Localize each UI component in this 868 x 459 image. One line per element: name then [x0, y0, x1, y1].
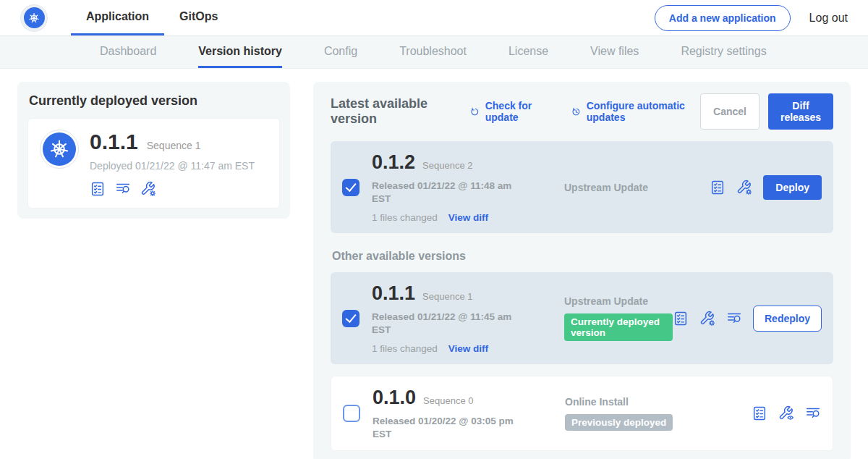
released-timestamp: Released 01/20/22 @ 03:05 pmEST	[373, 415, 524, 440]
deployed-sequence-label: Sequence 1	[147, 140, 201, 151]
currently-deployed-badge: Currently deployed version	[564, 313, 673, 341]
tab-application[interactable]: Application	[71, 0, 164, 35]
subnav-item-view-files[interactable]: View files	[590, 36, 639, 68]
deployed-timestamp: Deployed 01/21/22 @ 11:47 am EST	[90, 160, 255, 172]
latest-version-title: Latest available version	[331, 96, 451, 127]
version-number: 0.1.0	[373, 387, 416, 409]
deployed-panel-title: Currently deployed version	[29, 93, 280, 109]
version-source-label: Online Install	[565, 396, 752, 408]
sequence-label: Sequence 0	[423, 395, 473, 406]
currently-deployed-panel: Currently deployed version 0.1.1 Sequenc…	[17, 82, 290, 219]
check-for-update-label: Check for update	[485, 100, 552, 123]
deploy-button[interactable]: Deploy	[763, 175, 822, 200]
previously-deployed-badge: Previously deployed	[565, 414, 673, 431]
available-versions-panel: Latest available version Check for updat…	[313, 82, 851, 459]
subnav-item-license[interactable]: License	[509, 36, 548, 68]
tab-gitops[interactable]: GitOps	[164, 0, 233, 35]
released-timestamp: Released 01/21/22 @ 11:48 amEST	[372, 180, 524, 205]
logout-link[interactable]: Log out	[809, 12, 848, 25]
version-history-page: Currently deployed version 0.1.1 Sequenc…	[0, 69, 868, 459]
preflight-checks-icon[interactable]	[673, 311, 689, 327]
schedule-icon	[571, 105, 582, 118]
kubernetes-helm-icon	[43, 132, 76, 166]
refresh-icon	[469, 105, 480, 118]
check-for-update-link[interactable]: Check for update	[469, 100, 552, 123]
view-logs-icon[interactable]	[115, 181, 131, 197]
preflight-checks-icon[interactable]	[710, 180, 726, 195]
view-diff-link[interactable]: View diff	[448, 343, 488, 354]
subnav-item-version-history[interactable]: Version history	[198, 36, 282, 68]
edit-config-icon[interactable]	[699, 311, 715, 327]
subnav-item-dashboard[interactable]: Dashboard	[100, 36, 156, 68]
app-icon	[40, 130, 79, 169]
deployed-version-number: 0.1.1	[90, 130, 138, 154]
version-card-0-1-2: 0.1.2 Sequence 2 Released 01/21/22 @ 11:…	[331, 141, 833, 233]
redeploy-button[interactable]: Redeploy	[753, 306, 822, 332]
kubernetes-logo	[20, 4, 48, 32]
other-versions-title: Other available versions	[332, 250, 833, 263]
edit-config-icon[interactable]	[140, 181, 156, 197]
view-config-icon[interactable]	[778, 405, 794, 421]
version-number: 0.1.2	[372, 151, 415, 174]
add-new-application-button[interactable]: Add a new application	[655, 5, 791, 31]
view-diff-link[interactable]: View diff	[448, 212, 488, 223]
version-source-label: Upstream Update	[564, 182, 710, 193]
diff-releases-button[interactable]: Diff releases	[768, 93, 833, 130]
version-checkbox[interactable]	[342, 310, 359, 327]
sequence-label: Sequence 1	[422, 291, 472, 302]
kubernetes-helm-icon	[24, 7, 45, 28]
app-tabs: Application GitOps	[71, 0, 233, 35]
subnav-item-config[interactable]: Config	[324, 36, 357, 68]
preflight-checks-icon[interactable]	[90, 181, 106, 197]
deployed-version-card: 0.1.1 Sequence 1 Deployed 01/21/22 @ 11:…	[27, 118, 280, 209]
view-logs-icon[interactable]	[726, 311, 742, 327]
files-changed-label: 1 files changed	[372, 212, 438, 223]
version-card-0-1-1: 0.1.1 Sequence 1 Released 01/21/22 @ 11:…	[331, 272, 833, 364]
subnav-item-troubleshoot[interactable]: Troubleshoot	[399, 36, 467, 68]
cancel-button[interactable]: Cancel	[700, 93, 760, 130]
app-subnav: Dashboard Version history Config Trouble…	[0, 36, 868, 69]
view-logs-icon[interactable]	[805, 405, 821, 421]
top-navigation-bar: Application GitOps Add a new application…	[0, 0, 868, 36]
version-card-0-1-0: 0.1.0 Sequence 0 Released 01/20/22 @ 03:…	[331, 376, 833, 451]
configure-automatic-updates-link[interactable]: Configure automatic updates	[571, 100, 700, 123]
version-checkbox[interactable]	[342, 179, 359, 196]
preflight-checks-icon[interactable]	[752, 405, 767, 421]
version-source-label: Upstream Update	[564, 295, 673, 307]
version-checkbox[interactable]	[343, 405, 360, 422]
edit-config-icon[interactable]	[736, 180, 752, 195]
released-timestamp: Released 01/21/22 @ 11:45 amEST	[372, 311, 524, 336]
subnav-item-registry-settings[interactable]: Registry settings	[681, 36, 766, 68]
configure-automatic-updates-label: Configure automatic updates	[587, 100, 700, 123]
version-number: 0.1.1	[372, 282, 415, 305]
files-changed-label: 1 files changed	[372, 343, 438, 354]
sequence-label: Sequence 2	[422, 160, 472, 171]
